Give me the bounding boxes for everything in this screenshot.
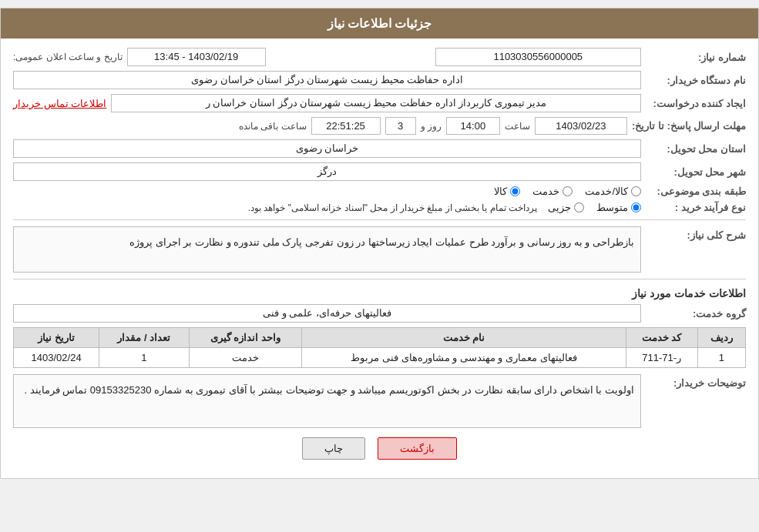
radio-label-kala-khedmat: کالا/خدمت <box>585 186 628 197</box>
col-date: تاریخ نیاز <box>14 328 99 348</box>
service-table: ردیف کد خدمت نام خدمت واحد اندازه گیری ت… <box>13 327 746 368</box>
col-name: نام خدمت <box>302 328 626 348</box>
table-cell-name: فعالیتهای معماری و مهندسی و مشاوره‌های ف… <box>302 348 626 368</box>
radio-label-kala: کالا <box>494 186 507 197</box>
need-number-value: 1103030556000005 <box>435 48 641 66</box>
label-city: شهر محل تحویل: <box>646 166 746 178</box>
requester-contact-link[interactable]: اطلاعات تماس خریدار <box>13 98 106 109</box>
buyer-name-value: اداره حفاظت محیط زیست شهرستان درگز استان… <box>13 71 641 89</box>
col-unit: واحد اندازه گیری <box>189 328 302 348</box>
radio-khedmat[interactable]: خدمت <box>532 186 573 197</box>
radio-label-jozii: جزیی <box>548 202 571 213</box>
province-value: خراسان رضوی <box>13 139 641 158</box>
table-cell-quantity: 1 <box>99 348 189 368</box>
label-days: روز و <box>421 121 442 132</box>
process-radio-group: متوسط جزیی <box>548 202 641 213</box>
service-info-title: اطلاعات خدمات مورد نیاز <box>13 287 746 299</box>
page-title: جزئیات اطلاعات نیاز <box>1 8 758 38</box>
service-group-value: فعالیتهای حرفه‌ای، علمی و فنی <box>13 304 641 323</box>
label-general-desc: شرح کلی نیاز: <box>646 226 746 241</box>
col-code: کد خدمت <box>626 328 697 348</box>
table-cell-code: ر-71-711 <box>626 348 697 368</box>
announce-date-value: 1403/02/19 - 13:45 <box>127 48 266 66</box>
process-note: پرداخت تمام یا بخشی از مبلغ خریدار از مح… <box>248 202 537 213</box>
back-button[interactable]: بازگشت <box>378 437 457 460</box>
radio-label-motawaset: متوسط <box>596 202 628 213</box>
label-category: طبقه بندی موضوعی: <box>646 186 746 197</box>
table-cell-date: 1403/02/24 <box>14 348 99 368</box>
label-time: ساعت <box>505 121 530 132</box>
radio-kala-khedmat[interactable]: کالا/خدمت <box>585 186 641 197</box>
radio-input-khedmat[interactable] <box>563 186 573 196</box>
label-buyer-name: نام دستگاه خریدار: <box>646 75 746 86</box>
table-cell-unit: خدمت <box>189 348 302 368</box>
label-deadline: مهلت ارسال پاسخ: تا تاریخ: <box>632 120 746 132</box>
radio-input-motawaset[interactable] <box>631 202 641 212</box>
label-need-number: شماره نیاز: <box>646 52 746 63</box>
remaining-days-value: 3 <box>385 117 416 135</box>
radio-label-khedmat: خدمت <box>532 186 559 197</box>
col-qty: تعداد / مقدار <box>99 328 189 348</box>
label-remaining-hours: ساعت باقی مانده <box>239 121 307 132</box>
buyer-notes-value: اولویت با اشخاص دارای سابقه نظارت در بخش… <box>13 374 641 428</box>
table-cell-row: 1 <box>697 348 745 368</box>
radio-kala[interactable]: کالا <box>494 186 520 197</box>
city-value: درگز <box>13 162 641 181</box>
category-radio-group: کالا/خدمت خدمت کالا <box>494 186 641 197</box>
print-button[interactable]: چاپ <box>302 437 365 460</box>
radio-input-kala[interactable] <box>510 186 520 196</box>
col-row: ردیف <box>697 328 745 348</box>
action-buttons: بازگشت چاپ <box>13 437 746 469</box>
label-announce-datetime: تاریخ و ساعت اعلان عمومی: <box>13 52 123 62</box>
deadline-date-value: 1403/02/23 <box>535 117 627 135</box>
general-desc-value: بازطراحی و به روز رسانی و برآورد طرح عمل… <box>13 226 641 273</box>
table-row: 1ر-71-711فعالیتهای معماری و مهندسی و مشا… <box>14 348 746 368</box>
requester-value: مدیر تیموری کاربرداز اداره حفاظت محیط زی… <box>111 94 641 112</box>
label-buyer-notes: توضیحات خریدار: <box>646 374 746 389</box>
remaining-time-value: 22:51:25 <box>311 117 381 135</box>
radio-motawaset[interactable]: متوسط <box>596 202 641 213</box>
radio-input-jozii[interactable] <box>574 202 584 212</box>
label-service-group: گروه خدمت: <box>646 308 746 320</box>
label-process-type: نوع فرآیند خرید : <box>646 202 746 213</box>
radio-input-kala-khedmat[interactable] <box>631 186 641 196</box>
radio-jozii[interactable]: جزیی <box>548 202 584 213</box>
label-requester: ایجاد کننده درخواست: <box>646 98 746 109</box>
label-province: استان محل تحویل: <box>646 143 746 155</box>
deadline-time-value: 14:00 <box>446 117 500 135</box>
